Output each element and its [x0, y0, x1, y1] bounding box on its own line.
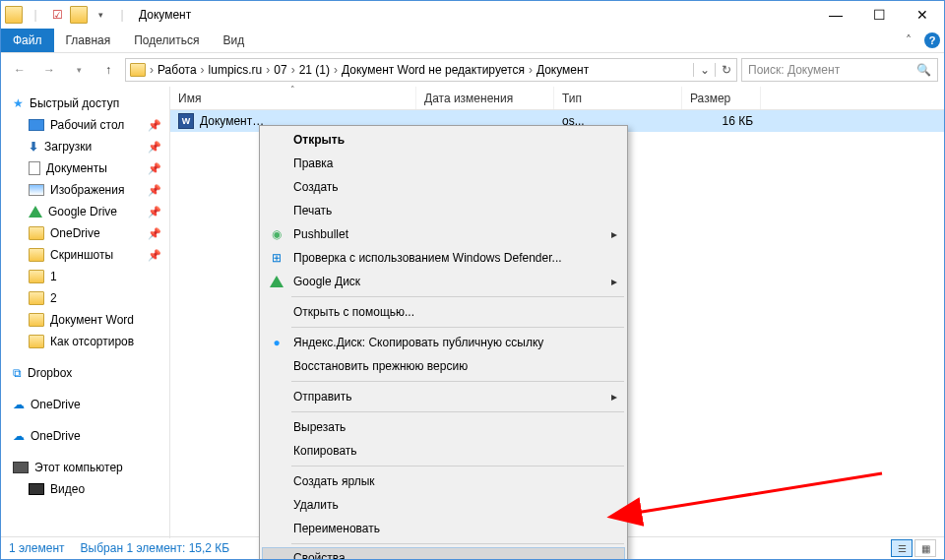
tab-home[interactable]: Главная — [54, 29, 123, 52]
menu-pushbullet[interactable]: ◉Pushbullet▸ — [262, 222, 625, 246]
column-modified[interactable]: Дата изменения — [416, 87, 554, 109]
sidebar-item-documents[interactable]: Документы📌 — [3, 157, 167, 179]
menu-google-disk[interactable]: Google Диск▸ — [262, 270, 625, 293]
chevron-right-icon[interactable]: › — [287, 63, 299, 77]
sidebar-item-label: Быстрый доступ — [30, 96, 119, 110]
minimize-button[interactable]: — — [814, 1, 857, 29]
menu-copy[interactable]: Копировать — [262, 439, 625, 463]
folder-icon — [29, 270, 44, 283]
tab-file[interactable]: Файл — [1, 29, 54, 52]
sidebar-item-gdrive[interactable]: Google Drive📌 — [3, 201, 167, 222]
up-button[interactable]: ↑ — [95, 57, 121, 83]
menu-label: Google Диск — [293, 275, 360, 288]
menu-create[interactable]: Создать — [262, 175, 625, 199]
menu-restore[interactable]: Восстановить прежнюю версию — [262, 354, 625, 378]
google-drive-icon — [268, 273, 285, 290]
menu-label: Отправить — [293, 390, 352, 404]
pin-icon: 📌 — [148, 184, 167, 197]
sidebar-item-desktop[interactable]: Рабочий стол📌 — [3, 114, 167, 136]
refresh-button[interactable]: ↻ — [715, 63, 736, 77]
sidebar-item-label: Скриншоты — [50, 248, 113, 262]
quick-access[interactable]: ★Быстрый доступ — [3, 93, 167, 114]
pin-icon: 📌 — [148, 227, 167, 240]
sidebar-item-dropbox[interactable]: ⧉Dropbox — [3, 362, 167, 384]
menu-defender[interactable]: ⊞Проверка с использованием Windows Defen… — [262, 246, 625, 270]
maximize-button[interactable]: ☐ — [857, 1, 901, 29]
column-name[interactable]: Имя˄ — [170, 87, 416, 109]
menu-edit[interactable]: Правка — [262, 152, 625, 175]
ribbon: Файл Главная Поделиться Вид ˄ ? — [1, 29, 944, 53]
tab-view[interactable]: Вид — [211, 29, 256, 52]
word-document-icon: W — [178, 113, 194, 129]
help-button[interactable]: ? — [920, 29, 944, 52]
search-icon: 🔍 — [916, 63, 931, 77]
chevron-right-icon[interactable]: › — [262, 63, 274, 77]
sidebar-item-onedrive-2[interactable]: ☁OneDrive — [3, 425, 167, 447]
sidebar-item-downloads[interactable]: ⬇Загрузки📌 — [3, 136, 167, 157]
sidebar-item-video[interactable]: Видео — [3, 478, 167, 500]
tab-share[interactable]: Поделиться — [122, 29, 211, 52]
breadcrumb-item[interactable]: 07 — [274, 63, 286, 77]
search-input[interactable]: Поиск: Документ 🔍 — [741, 58, 938, 82]
submenu-arrow-icon: ▸ — [611, 390, 617, 404]
sidebar-item-2[interactable]: 2 — [3, 287, 167, 309]
sidebar-item-pictures[interactable]: Изображения📌 — [3, 179, 167, 201]
menu-separator — [291, 381, 624, 382]
menu-shortcut[interactable]: Создать ярлык — [262, 469, 625, 493]
sidebar-item-docword[interactable]: Документ Word — [3, 309, 167, 331]
menu-separator — [291, 543, 624, 544]
chevron-right-icon[interactable]: › — [330, 63, 342, 77]
close-button[interactable]: ✕ — [901, 1, 944, 29]
google-drive-icon — [29, 206, 42, 218]
defender-icon: ⊞ — [268, 249, 285, 267]
sidebar-item-sort[interactable]: Как отсортиров — [3, 331, 167, 352]
menu-cut[interactable]: Вырезать — [262, 415, 625, 439]
menu-properties[interactable]: Свойства — [262, 547, 625, 560]
back-button[interactable]: ← — [7, 57, 32, 83]
menu-open-with[interactable]: Открыть с помощью... — [262, 300, 625, 324]
column-type[interactable]: Тип — [554, 87, 682, 109]
menu-separator — [291, 327, 624, 328]
pushbullet-icon: ◉ — [268, 225, 285, 243]
menu-delete[interactable]: Удалить — [262, 493, 625, 517]
sidebar-item-label: Dropbox — [28, 366, 72, 380]
pin-icon: 📌 — [148, 162, 167, 175]
breadcrumb-dropdown-button[interactable]: ⌄ — [693, 63, 715, 77]
column-size[interactable]: Размер — [682, 87, 761, 109]
breadcrumb-item[interactable]: 21 (1) — [299, 63, 330, 77]
sidebar-item-label: OneDrive — [50, 226, 100, 240]
sidebar-item-onedrive-root[interactable]: ☁OneDrive — [3, 394, 167, 415]
sidebar-item-label: Видео — [50, 482, 85, 496]
ribbon-collapse-button[interactable]: ˄ — [897, 29, 920, 52]
sidebar-item-thispc[interactable]: Этот компьютер — [3, 457, 167, 478]
breadcrumb-item[interactable]: Документ Word не редактируется — [342, 63, 525, 77]
icons-view-button[interactable]: ▦ — [914, 539, 936, 557]
breadcrumb[interactable]: › Работа › lumpics.ru › 07 › 21 (1) › До… — [125, 58, 737, 82]
sidebar-item-screenshots[interactable]: Скриншоты📌 — [3, 244, 167, 266]
menu-open[interactable]: Открыть — [262, 128, 625, 152]
computer-icon — [13, 462, 29, 473]
breadcrumb-item[interactable]: Документ — [536, 63, 589, 77]
menu-print[interactable]: Печать — [262, 199, 625, 222]
context-menu: Открыть Правка Создать Печать ◉Pushbulle… — [259, 125, 628, 560]
sidebar-item-onedrive[interactable]: OneDrive📌 — [3, 222, 167, 244]
chevron-right-icon[interactable]: › — [525, 63, 536, 77]
recent-locations-button[interactable]: ▾ — [66, 57, 92, 83]
sidebar-item-1[interactable]: 1 — [3, 266, 167, 287]
chevron-right-icon[interactable]: › — [146, 63, 158, 77]
menu-send-to[interactable]: Отправить▸ — [262, 385, 625, 408]
menu-yandex-disk[interactable]: ●Яндекс.Диск: Скопировать публичную ссыл… — [262, 331, 625, 354]
menu-label: Яндекс.Диск: Скопировать публичную ссылк… — [293, 336, 543, 349]
chevron-right-icon[interactable]: › — [197, 63, 209, 77]
qat-dropdown[interactable]: ▾ — [92, 6, 109, 24]
checkbox-icon[interactable]: ☑ — [48, 6, 66, 24]
details-view-button[interactable]: ☰ — [891, 539, 913, 557]
folder-icon — [29, 335, 44, 348]
menu-rename[interactable]: Переименовать — [262, 517, 625, 540]
pin-icon: 📌 — [148, 141, 167, 154]
breadcrumb-item[interactable]: lumpics.ru — [209, 63, 263, 77]
menu-separator — [291, 411, 624, 412]
breadcrumb-item[interactable]: Работа — [158, 63, 197, 77]
sidebar-item-label: 1 — [50, 270, 57, 283]
sidebar-item-label: Загрузки — [44, 140, 92, 154]
